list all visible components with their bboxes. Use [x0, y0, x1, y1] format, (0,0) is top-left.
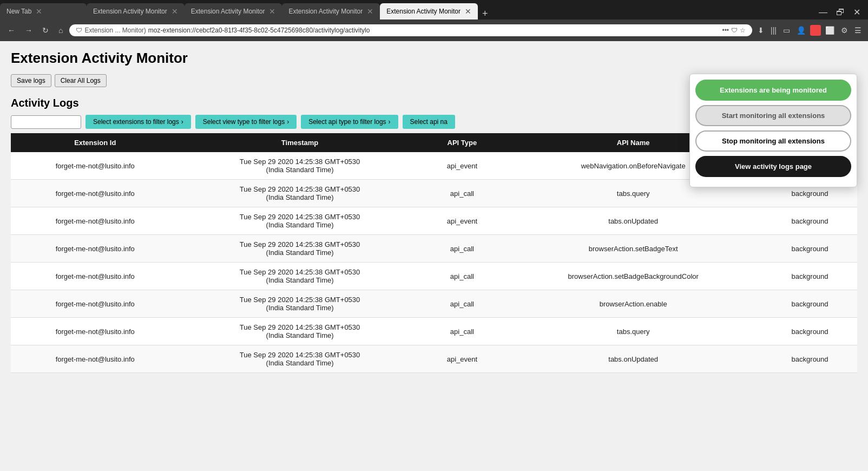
cell-api-name: tabs.query: [504, 318, 762, 345]
cell-view-type: background: [762, 290, 857, 318]
clear-logs-button[interactable]: Clear All Logs: [55, 74, 107, 87]
cell-ext-id: forget-me-not@lusito.info: [11, 290, 180, 318]
minimize-button[interactable]: —: [816, 5, 831, 19]
monitoring-status-button[interactable]: Extensions are being monitored: [695, 80, 851, 101]
dots-icon: •••: [722, 27, 729, 34]
cell-ext-id: forget-me-not@lusito.info: [11, 345, 180, 373]
tab-eam-2[interactable]: Extension Activity Monitor ✕: [185, 3, 282, 19]
table-row: forget-me-not@lusito.info Tue Sep 29 202…: [11, 207, 857, 235]
cell-timestamp: Tue Sep 29 2020 14:25:38 GMT+0530 (India…: [180, 345, 420, 373]
cell-timestamp: Tue Sep 29 2020 14:25:38 GMT+0530 (India…: [180, 318, 420, 345]
cell-api-type: api_call: [420, 235, 504, 263]
chevron-right-icon: ›: [181, 118, 183, 126]
window-controls: — 🗗 ✕: [811, 5, 868, 19]
cell-ext-id: forget-me-not@lusito.info: [11, 180, 180, 207]
tab-bar: New Tab ✕ Extension Activity Monitor ✕ E…: [0, 0, 868, 19]
tab-label: New Tab: [6, 8, 31, 15]
tab-close-icon[interactable]: ✕: [172, 7, 178, 16]
forward-button[interactable]: →: [22, 25, 36, 36]
filter-extensions-button[interactable]: Select extensions to filter logs ›: [86, 115, 191, 129]
cell-timestamp: Tue Sep 29 2020 14:25:38 GMT+0530 (India…: [180, 290, 420, 318]
search-input[interactable]: [11, 115, 81, 129]
toolbar-icons: ⬇ ||| ▭ 👤 ⬜ ⚙ ☰: [755, 25, 864, 36]
cell-api-type: api_event: [420, 152, 504, 180]
refresh-button[interactable]: ↻: [39, 25, 52, 36]
star-icon: ☆: [740, 27, 746, 34]
back-button[interactable]: ←: [4, 25, 18, 36]
address-bar: ← → ↻ ⌂ 🛡 Extension ... Monitor) moz-ext…: [0, 19, 868, 41]
cell-api-name: browserAction.enable: [504, 290, 762, 318]
url-text: moz-extension://cebcf2a0-81f3-4f35-8c02-…: [148, 27, 720, 34]
cell-api-name: browserAction.setBadgeBackgroundColor: [504, 263, 762, 290]
url-box[interactable]: 🛡 Extension ... Monitor) moz-extension:/…: [69, 24, 752, 36]
cell-api-type: api_event: [420, 207, 504, 235]
filter-apiname-button[interactable]: Select api na: [403, 115, 455, 129]
cell-view-type: background: [762, 235, 857, 263]
tab-close-icon[interactable]: ✕: [367, 7, 373, 16]
tab-eam-4-active[interactable]: Extension Activity Monitor ✕: [380, 3, 478, 19]
tab-label: Extension Activity Monitor: [93, 8, 167, 15]
cell-ext-id: forget-me-not@lusito.info: [11, 207, 180, 235]
maximize-button[interactable]: 🗗: [833, 5, 848, 19]
save-logs-button[interactable]: Save logs: [11, 74, 51, 87]
cell-timestamp: Tue Sep 29 2020 14:25:38 GMT+0530 (India…: [180, 207, 420, 235]
shield-icon: 🛡: [76, 27, 82, 34]
tab-new-tab[interactable]: New Tab ✕: [0, 3, 87, 19]
tab-label: Extension Activity Monitor: [191, 8, 265, 15]
table-row: forget-me-not@lusito.info Tue Sep 29 202…: [11, 263, 857, 290]
col-ext-id: Extension Id: [11, 133, 180, 152]
sync-icon[interactable]: 👤: [794, 25, 808, 36]
cell-ext-id: forget-me-not@lusito.info: [11, 318, 180, 345]
close-button[interactable]: ✕: [850, 5, 864, 19]
cell-api-type: api_call: [420, 263, 504, 290]
cell-ext-id: forget-me-not@lusito.info: [11, 235, 180, 263]
new-tab-button[interactable]: +: [478, 8, 492, 19]
cell-timestamp: Tue Sep 29 2020 14:25:38 GMT+0530 (India…: [180, 180, 420, 207]
extension-icon[interactable]: [810, 25, 821, 36]
chevron-right-icon: ›: [287, 118, 289, 126]
tab-close-icon[interactable]: ✕: [36, 7, 42, 16]
chevron-right-icon: ›: [389, 118, 391, 126]
col-api-type: API Type: [420, 133, 504, 152]
cell-api-name: tabs.onUpdated: [504, 207, 762, 235]
tab-eam-3[interactable]: Extension Activity Monitor ✕: [282, 3, 380, 19]
download-icon[interactable]: ⬇: [755, 25, 766, 36]
cell-timestamp: Tue Sep 29 2020 14:25:38 GMT+0530 (India…: [180, 235, 420, 263]
cell-ext-id: forget-me-not@lusito.info: [11, 263, 180, 290]
stop-monitoring-button[interactable]: Stop monitoring all extensions: [695, 130, 851, 152]
cell-api-name: browserAction.setBadgeText: [504, 235, 762, 263]
cell-api-type: api_call: [420, 180, 504, 207]
cell-view-type: background: [762, 263, 857, 290]
tab-close-icon[interactable]: ✕: [465, 7, 471, 16]
cell-api-type: api_event: [420, 345, 504, 373]
cell-timestamp: Tue Sep 29 2020 14:25:38 GMT+0530 (India…: [180, 263, 420, 290]
tab-label: Extension Activity Monitor: [386, 8, 461, 15]
cell-timestamp: Tue Sep 29 2020 14:25:38 GMT+0530 (India…: [180, 152, 420, 180]
ext-prefix: Extension ... Monitor): [84, 27, 146, 34]
sidebar-icon[interactable]: ▭: [781, 25, 792, 36]
menu-icon[interactable]: ☰: [852, 25, 864, 36]
tab-close-icon[interactable]: ✕: [269, 7, 275, 16]
bookmarks-icon[interactable]: |||: [768, 25, 779, 36]
page-title: Extension Activity Monitor: [11, 50, 857, 67]
filter-viewtype-button[interactable]: Select view type to filter logs ›: [195, 115, 297, 129]
tab-label: Extension Activity Monitor: [288, 8, 363, 15]
home-button[interactable]: ⌂: [55, 25, 66, 36]
screenshot-icon[interactable]: ⬜: [823, 25, 837, 36]
tab-eam-1[interactable]: Extension Activity Monitor ✕: [87, 3, 185, 19]
table-row: forget-me-not@lusito.info Tue Sep 29 202…: [11, 235, 857, 263]
table-row: forget-me-not@lusito.info Tue Sep 29 202…: [11, 318, 857, 345]
filter-apitype-button[interactable]: Select api type to filter logs ›: [301, 115, 398, 129]
settings-icon[interactable]: ⚙: [839, 25, 850, 36]
cell-view-type: background: [762, 318, 857, 345]
cell-api-name: tabs.onUpdated: [504, 345, 762, 373]
cell-api-type: api_call: [420, 318, 504, 345]
start-monitoring-button[interactable]: Start monitoring all extensions: [695, 105, 851, 126]
view-logs-button[interactable]: View activity logs page: [695, 156, 851, 177]
cell-api-type: api_call: [420, 290, 504, 318]
page-content: Extension Activity Monitor Save logs Cle…: [0, 41, 868, 471]
table-row: forget-me-not@lusito.info Tue Sep 29 202…: [11, 290, 857, 318]
cell-view-type: background: [762, 207, 857, 235]
cell-view-type: background: [762, 345, 857, 373]
table-row: forget-me-not@lusito.info Tue Sep 29 202…: [11, 345, 857, 373]
